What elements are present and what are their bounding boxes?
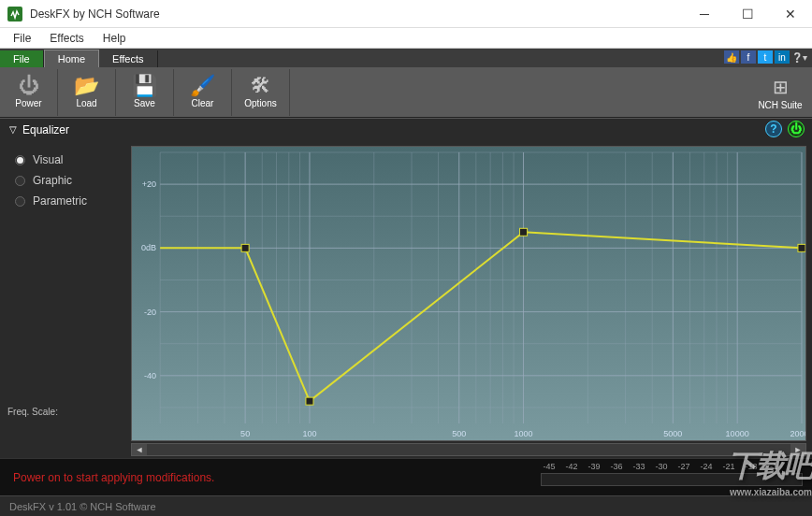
meter-tick: -42 [563,462,580,471]
meter-tick: -24 [698,462,715,471]
svg-text:-40: -40 [144,371,156,380]
power-button[interactable]: ⏻ Power [0,69,58,116]
brush-icon: 🖌️ [190,76,215,96]
hscroll-track[interactable]: ◄ ► [131,443,806,456]
maximize-button[interactable]: ☐ [726,0,769,28]
facebook-icon[interactable]: f [741,50,756,64]
collapse-icon: ▽ [9,124,17,135]
radio-on-icon [15,155,25,165]
eq-handle[interactable] [520,228,528,236]
minimize-button[interactable]: ─ [683,0,726,28]
freq-scale-label: Freq. Scale: [7,407,58,417]
menu-help[interactable]: Help [94,30,136,47]
ribbon-tab-effects[interactable]: Effects [99,50,157,67]
meter-scale: -45-42-39-36-33-30-27-24-21-18-1 [541,462,803,471]
hscroll-right-icon[interactable]: ► [790,444,805,455]
clear-button[interactable]: 🖌️ Clear [174,69,232,116]
svg-text:0dB: 0dB [141,243,156,252]
close-button[interactable]: ✕ [769,0,812,28]
ribbon-toolbar: ⏻ Power 📂 Load 💾 Save 🖌️ Clear 🛠 Options… [0,67,812,118]
nch-suite-button[interactable]: ⊞ NCH Suite [752,69,808,116]
eq-chart[interactable]: +200dB-20-4050100500100050001000020000 [131,146,806,441]
menu-effects[interactable]: Effects [40,30,93,47]
equalizer-panel-header[interactable]: ▽ Equalizer ? ⏻ [0,118,812,140]
radio-off-icon [15,196,25,207]
panel-help-button[interactable]: ? [765,121,782,137]
eq-plot[interactable]: +200dB-20-4050100500100050001000020000 [132,147,805,440]
eq-handle[interactable] [798,244,805,251]
folder-icon: 📂 [74,76,99,96]
save-button[interactable]: 💾 Save [116,69,174,116]
options-button[interactable]: 🛠 Options [232,69,290,116]
meter-tick: -27 [675,462,692,471]
ribbon-social: 👍 f t in ❔▾ [724,50,806,64]
suite-icon: ⊞ [773,76,789,98]
thumbsup-icon[interactable]: 👍 [724,50,739,64]
meter-tick: -45 [541,462,558,471]
hscroll-left-icon[interactable]: ◄ [132,444,147,455]
app-icon [7,7,22,22]
svg-text:100: 100 [302,429,316,438]
meter-tick: -21 [720,462,737,471]
twitter-icon[interactable]: t [758,50,773,64]
titlebar: DeskFX by NCH Software ─ ☐ ✕ [0,0,812,28]
menubar: File Effects Help [0,28,812,49]
eq-handle[interactable] [306,397,313,405]
svg-text:+20: +20 [142,179,156,189]
meter-tick: -33 [631,462,647,471]
svg-text:20000: 20000 [790,429,805,438]
status-text: DeskFX v 1.01 © NCH Software [9,501,156,512]
svg-text:5000: 5000 [663,429,682,438]
svg-text:10000: 10000 [726,429,749,438]
mode-panel: Visual Graphic Parametric [0,140,131,441]
ribbon-tabs: File Home Effects 👍 f t in ❔▾ [0,49,812,67]
tools-icon: 🛠 [251,76,271,96]
power-message: Power on to start applying modifications… [0,471,214,484]
meter-tick: -39 [586,462,602,471]
radio-off-icon [15,176,25,186]
save-icon: 💾 [132,76,157,96]
mode-visual[interactable]: Visual [4,150,127,170]
level-meter: -45-42-39-36-33-30-27-24-21-18-1 [541,462,803,486]
help-dropdown-icon[interactable]: ❔▾ [791,50,806,64]
mode-graphic[interactable]: Graphic [4,170,127,191]
svg-text:500: 500 [452,429,466,438]
meter-tick: -30 [653,462,670,471]
mode-parametric[interactable]: Parametric [4,191,127,211]
ribbon-tab-file[interactable]: File [0,50,44,67]
load-button[interactable]: 📂 Load [58,69,116,116]
status-bar: DeskFX v 1.01 © NCH Software [0,495,812,516]
window-title: DeskFX by NCH Software [30,7,160,21]
svg-text:1000: 1000 [514,429,532,438]
window-controls: ─ ☐ ✕ [683,0,812,28]
menu-file[interactable]: File [4,30,40,47]
meter-tick: -36 [608,462,625,471]
panel-power-button[interactable]: ⏻ [788,121,805,137]
svg-text:-20: -20 [144,308,156,317]
eq-handle[interactable] [241,244,249,251]
meter-section: Power on to start applying modifications… [0,458,812,495]
meter-tick: -1 [765,462,782,471]
meter-tick: -18 [743,462,760,471]
equalizer-main: Visual Graphic Parametric +200dB-20-4050… [0,140,812,441]
panel-title: Equalizer [22,123,69,136]
meter-bar [541,473,803,486]
linkedin-icon[interactable]: in [775,50,790,64]
svg-text:50: 50 [240,429,250,438]
hscroll-area: ◄ ► [0,441,812,458]
power-icon: ⏻ [19,76,39,96]
ribbon-tab-home[interactable]: Home [44,50,99,67]
